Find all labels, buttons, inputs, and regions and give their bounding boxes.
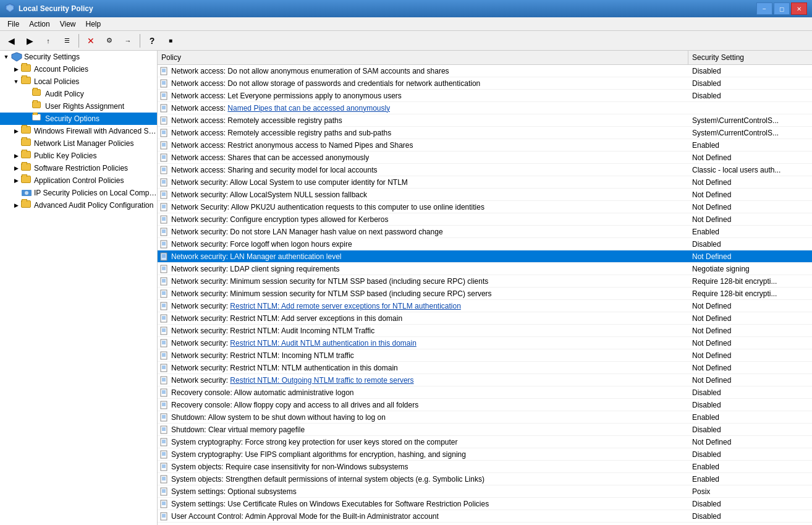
list-row[interactable]: Network access: Shares that can be acces… (158, 152, 812, 164)
row-policy-text: Network security: Restrict NTLM: Outgoin… (171, 376, 414, 385)
menu-action[interactable]: Action (24, 17, 54, 30)
list-row[interactable]: Network security: Force logoff when logo… (158, 238, 812, 250)
row-policy-cell: Network Security: Allow PKU2U authentica… (158, 202, 688, 213)
column-header-policy[interactable]: Policy (158, 51, 688, 64)
tree-panel[interactable]: ▼ Security Settings ▶ Account Policies ▼… (0, 51, 158, 525)
tree-item-app-control[interactable]: ▶ Application Control Policies (0, 174, 157, 187)
show-hide-tree-button[interactable]: ☰ (58, 33, 75, 49)
tree-label-windows-firewall: Windows Firewall with Advanced Secu... (34, 127, 157, 135)
export-button[interactable]: → (119, 33, 137, 49)
list-row[interactable]: Shutdown: Clear virtual memory pagefile … (158, 424, 812, 436)
list-row[interactable]: Network security: Restrict NTLM: Outgoin… (158, 374, 812, 386)
list-row[interactable]: Network access: Remotely accessible regi… (158, 114, 812, 127)
tree-toggle-security-settings[interactable]: ▼ (1, 54, 11, 60)
list-row[interactable]: Network Security: Allow PKU2U authentica… (158, 201, 812, 213)
tree-item-software-restriction[interactable]: ▶ Software Restriction Policies (0, 162, 157, 174)
list-row[interactable]: Network security: Restrict NTLM: Audit N… (158, 337, 812, 349)
list-row[interactable]: Network security: Configure encryption t… (158, 213, 812, 226)
up-button[interactable]: ↑ (40, 33, 57, 49)
forward-button[interactable]: ▶ (21, 33, 38, 49)
toolbar: ◀ ▶ ↑ ☰ ✕ ⚙ → ? ■ (0, 31, 812, 51)
tree-item-windows-firewall[interactable]: ▶ Windows Firewall with Advanced Secu... (0, 125, 157, 137)
tree-toggle-windows-firewall[interactable]: ▶ (11, 128, 21, 134)
row-doc-icon (160, 153, 171, 162)
properties-button[interactable]: ⚙ (101, 33, 118, 49)
row-setting-cell (688, 107, 812, 109)
list-row[interactable]: Network security: Restrict NTLM: Incomin… (158, 349, 812, 362)
row-doc-icon (160, 252, 171, 261)
list-row[interactable]: System cryptography: Force strong key pr… (158, 436, 812, 448)
tree-item-user-rights[interactable]: ▶ User Rights Assignment (0, 100, 157, 113)
svg-rect-9 (161, 80, 167, 87)
list-row[interactable]: Network security: Allow Local System to … (158, 176, 812, 189)
list-row[interactable]: Network security: Allow LocalSystem NULL… (158, 189, 812, 201)
list-row[interactable]: Network access: Sharing and security mod… (158, 164, 812, 176)
window-controls[interactable]: − ◻ ✕ (756, 2, 807, 15)
column-header-setting[interactable]: Security Setting (688, 51, 812, 64)
row-policy-cell: Network security: Configure encryption t… (158, 214, 688, 225)
list-row[interactable]: Network access: Remotely accessible regi… (158, 127, 812, 139)
tree-toggle-software-restriction[interactable]: ▶ (11, 165, 21, 171)
svg-rect-97 (161, 352, 167, 359)
list-row[interactable]: Network security: Restrict NTLM: Audit I… (158, 325, 812, 337)
tree-toggle-public-key[interactable]: ▶ (11, 153, 21, 159)
tree-toggle-account-policies[interactable]: ▶ (11, 66, 21, 72)
row-doc-icon (160, 203, 171, 211)
list-row[interactable]: Network security: Minimum session securi… (158, 288, 812, 300)
list-row[interactable]: Recovery console: Allow floppy copy and … (158, 399, 812, 411)
tree-item-local-policies[interactable]: ▼ Local Policies (0, 75, 157, 88)
row-doc-icon (160, 388, 171, 397)
svg-rect-101 (161, 364, 167, 372)
tree-item-security-options[interactable]: ▶ Security Options (0, 113, 157, 125)
menu-file[interactable]: File (2, 17, 24, 30)
tree-item-public-key[interactable]: ▶ Public Key Policies (0, 150, 157, 162)
security-options-icon (32, 114, 43, 124)
list-row[interactable]: Network security: LAN Manager authentica… (158, 250, 812, 263)
software-restriction-icon (21, 163, 32, 173)
list-row[interactable]: Recovery console: Allow automatic admini… (158, 386, 812, 399)
list-row[interactable]: Shutdown: Allow system to be shut down w… (158, 411, 812, 424)
extra-button[interactable]: ■ (162, 33, 179, 49)
menu-help[interactable]: Help (81, 17, 106, 30)
list-row[interactable]: System cryptography: Use FIPS compliant … (158, 448, 812, 461)
list-row[interactable]: Network access: Named Pipes that can be … (158, 102, 812, 114)
row-setting-cell: Disabled (688, 449, 812, 460)
list-row[interactable]: User Account Control: Admin Approval Mod… (158, 510, 812, 523)
tree-toggle-advanced-audit[interactable]: ▶ (11, 202, 21, 208)
main-area: ▼ Security Settings ▶ Account Policies ▼… (0, 51, 812, 525)
menu-view[interactable]: View (55, 17, 81, 30)
list-row[interactable]: Network security: Do not store LAN Manag… (158, 226, 812, 238)
list-row[interactable]: Network security: Restrict NTLM: NTLM au… (158, 362, 812, 374)
list-row[interactable]: System objects: Require case insensitivi… (158, 461, 812, 473)
list-row[interactable]: Network access: Do not allow storage of … (158, 77, 812, 90)
list-row[interactable]: Network security: Restrict NTLM: Add ser… (158, 312, 812, 325)
delete-button[interactable]: ✕ (82, 33, 99, 49)
list-panel[interactable]: Policy Security Setting Network access: … (158, 51, 812, 525)
tree-item-security-settings[interactable]: ▼ Security Settings (0, 51, 157, 63)
list-row[interactable]: Network security: LDAP client signing re… (158, 263, 812, 275)
list-row[interactable]: Network access: Restrict anonymous acces… (158, 139, 812, 152)
tree-item-advanced-audit[interactable]: ▶ Advanced Audit Policy Configuration (0, 199, 157, 211)
list-row[interactable]: Network security: Minimum session securi… (158, 275, 812, 288)
close-button[interactable]: ✕ (791, 2, 807, 15)
restore-button[interactable]: ◻ (774, 2, 790, 15)
tree-toggle-local-policies[interactable]: ▼ (11, 79, 21, 85)
minimize-button[interactable]: − (756, 2, 772, 15)
list-row[interactable]: System objects: Strengthen default permi… (158, 473, 812, 485)
row-setting-cell: Require 128-bit encrypti... (688, 276, 812, 287)
list-row[interactable]: Network access: Do not allow anonymous e… (158, 65, 812, 77)
tree-item-ip-security[interactable]: ▶ IP Security Policies on Local Compute.… (0, 187, 157, 199)
tree-item-account-policies[interactable]: ▶ Account Policies (0, 63, 157, 75)
list-row[interactable]: Network security: Restrict NTLM: Add rem… (158, 300, 812, 312)
tree-toggle-app-control[interactable]: ▶ (11, 177, 21, 184)
list-rows-container: Network access: Do not allow anonymous e… (158, 65, 812, 523)
back-button[interactable]: ◀ (2, 33, 20, 49)
list-row[interactable]: System settings: Optional subsystems Pos… (158, 485, 812, 498)
row-doc-icon (160, 190, 171, 199)
tree-item-network-list[interactable]: ▶ Network List Manager Policies (0, 137, 157, 150)
help-button[interactable]: ? (143, 33, 161, 49)
window-title: Local Security Policy (19, 4, 756, 13)
tree-item-audit-policy[interactable]: ▶ Audit Policy (0, 88, 157, 100)
list-row[interactable]: System settings: Use Certificate Rules o… (158, 498, 812, 510)
list-row[interactable]: Network access: Let Everyone permissions… (158, 90, 812, 102)
